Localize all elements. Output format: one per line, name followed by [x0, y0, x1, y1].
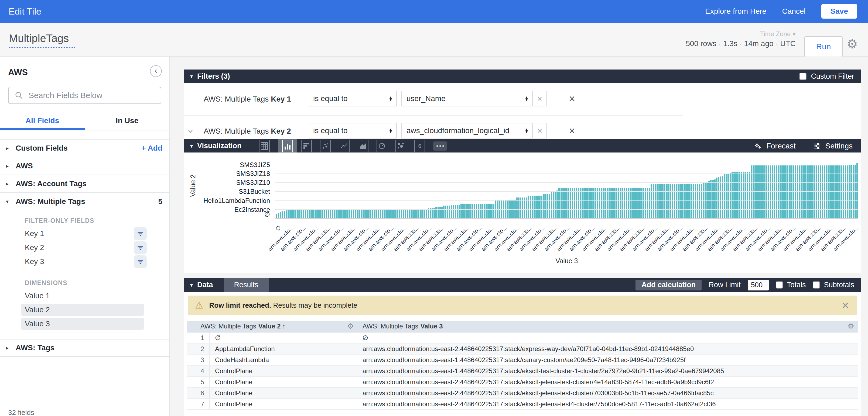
add-calculation-button[interactable]: Add calculation: [636, 280, 702, 290]
chart-bar: [486, 204, 487, 218]
run-button[interactable]: Run: [804, 36, 843, 57]
chart-bar: [679, 184, 681, 218]
chevron-down-icon[interactable]: [186, 127, 194, 136]
column-gear-icon[interactable]: ⚙: [347, 322, 354, 331]
table-row[interactable]: 5ControlPlanearn:aws:cloudformation:us-e…: [187, 377, 858, 388]
viz-area-icon[interactable]: [358, 140, 368, 152]
viz-single-value-icon[interactable]: 6: [414, 140, 425, 152]
sidebar-section-aws-tags[interactable]: ▸ AWS: Tags: [0, 339, 169, 357]
tab-results[interactable]: Results: [224, 278, 269, 292]
custom-filter-checkbox[interactable]: [799, 73, 806, 80]
y-tick-label: Ec2Instance: [235, 206, 270, 213]
filter-row: AWS: Multiple TagsKey 1 is equal to▲▼ us…: [184, 83, 861, 115]
save-button[interactable]: Save: [822, 4, 857, 19]
sidebar-field-value-1[interactable]: Value 1: [0, 289, 169, 303]
tab-all-fields[interactable]: All Fields: [0, 116, 85, 125]
chart-bar: [361, 209, 362, 218]
sidebar-title: AWS: [8, 67, 28, 77]
chart-bar: [355, 209, 356, 218]
viz-pie-icon[interactable]: [376, 140, 388, 152]
viz-line-icon[interactable]: [339, 140, 349, 152]
viz-table-icon[interactable]: [259, 140, 270, 152]
cancel-button[interactable]: Cancel: [782, 7, 805, 15]
chart-bar: [439, 207, 441, 218]
totals-toggle[interactable]: Totals: [776, 281, 806, 289]
sidebar-field-key-2[interactable]: Key 2: [0, 241, 169, 254]
chart-bar: [459, 205, 460, 218]
chart-bar: [580, 188, 581, 218]
table-row[interactable]: 7ControlPlanearn:aws:cloudformation:us-e…: [187, 399, 858, 410]
subtotals-checkbox[interactable]: [813, 281, 820, 288]
chart-bar: [533, 196, 535, 218]
chart-bar: [687, 184, 689, 218]
viz-map-icon[interactable]: [396, 140, 406, 152]
add-custom-field-button[interactable]: + Add: [141, 144, 162, 152]
clear-filter-value-button[interactable]: ×: [533, 123, 547, 138]
viz-column-icon[interactable]: [282, 140, 293, 152]
totals-checkbox[interactable]: [776, 281, 783, 288]
viz-scatter-icon[interactable]: [320, 140, 331, 152]
remove-filter-button[interactable]: ×: [569, 123, 575, 138]
chart-bar: [583, 188, 585, 218]
query-title[interactable]: MultipleTags: [9, 32, 75, 48]
chart-plot: [275, 152, 858, 219]
search-input[interactable]: [28, 91, 145, 100]
chevron-down-icon: ▾: [190, 282, 193, 288]
chevron-right-icon: ▸: [6, 145, 12, 151]
chart-bar: [385, 209, 387, 218]
tab-in-use[interactable]: In Use: [85, 116, 169, 125]
column-gear-icon[interactable]: ⚙: [848, 322, 854, 331]
column-header-value3[interactable]: AWS: Multiple TagsValue 3 ⚙: [358, 321, 858, 332]
timezone-dropdown[interactable]: Time Zone ▾: [760, 30, 796, 38]
chart-bar: [320, 209, 321, 218]
row-limit-input[interactable]: [748, 280, 769, 290]
filter-operator-select[interactable]: is equal to▲▼: [308, 123, 397, 138]
table-row[interactable]: 6ControlPlanearn:aws:cloudformation:us-e…: [187, 388, 858, 399]
filters-header[interactable]: ▾ Filters (3) Custom Filter: [184, 70, 861, 83]
sidebar-collapse-button[interactable]: ‹: [150, 65, 162, 77]
table-row[interactable]: 4ControlPlanearn:aws:cloudformation:us-e…: [187, 366, 858, 377]
data-header[interactable]: ▾ Data Results Add calculation Row Limit…: [184, 278, 861, 292]
filter-value-select[interactable]: aws_cloudformation_logical_id▲▼: [401, 123, 533, 138]
sidebar-field-value-2[interactable]: Value 2: [0, 303, 169, 317]
field-label: Key 2: [25, 243, 44, 252]
explore-from-here-button[interactable]: Explore from Here: [705, 7, 766, 15]
sidebar-field-key-3[interactable]: Key 3: [0, 254, 169, 269]
custom-filter-toggle[interactable]: Custom Filter: [799, 72, 861, 80]
forecast-button[interactable]: Forecast: [754, 142, 796, 150]
filter-by-field-icon[interactable]: [134, 255, 147, 268]
subtotals-toggle[interactable]: Subtotals: [813, 281, 854, 289]
chart-bar: [672, 184, 673, 218]
chart-bar: [589, 188, 590, 218]
table-row[interactable]: 1∅∅: [187, 333, 858, 344]
filter-by-field-icon[interactable]: [134, 241, 147, 254]
x-axis-line: [275, 218, 858, 219]
viz-more-icon[interactable]: [433, 141, 447, 150]
clear-filter-value-button[interactable]: ×: [533, 91, 547, 106]
table-row[interactable]: 3CodeHashLambdaarn:aws:cloudformation:us…: [187, 354, 858, 366]
cell-value3: arn:aws:cloudformation:us-east-2:4486402…: [358, 388, 858, 398]
dismiss-warning-button[interactable]: ×: [842, 299, 849, 312]
visualization-header[interactable]: ▾ Visualization 6 Forecast Settings: [184, 139, 861, 152]
search-field[interactable]: [8, 87, 161, 104]
query-stats: 500 rows · 1.3s · 14m ago · UTC: [686, 39, 796, 48]
table-row[interactable]: 2AppLambdaFunctionarn:aws:cloudformation…: [187, 344, 858, 354]
filter-by-field-icon[interactable]: [134, 227, 147, 240]
chart-bar: [572, 188, 573, 218]
sidebar-section-aws-multiple-tags[interactable]: ▾ AWS: Multiple Tags 5: [0, 193, 169, 210]
viz-bar-icon[interactable]: [301, 140, 312, 152]
sidebar-section-aws-account-tags[interactable]: ▸ AWS: Account Tags: [0, 175, 169, 193]
sidebar-section-aws[interactable]: ▸ AWS: [0, 157, 169, 175]
filter-value-select[interactable]: user_Name▲▼: [401, 91, 533, 106]
column-header-value2[interactable]: AWS: Multiple TagsValue 2↑ ⚙: [187, 321, 358, 332]
chart-bar: [466, 204, 467, 218]
sidebar-section-custom-fields[interactable]: ▸ Custom Fields + Add: [0, 139, 169, 157]
sidebar-sections: ▸ Custom Fields + Add ▸ AWS ▸ AWS: Accou…: [0, 139, 169, 357]
remove-filter-button[interactable]: ×: [569, 91, 575, 106]
query-gear-icon[interactable]: ⚙: [847, 38, 858, 50]
sidebar-field-key-1[interactable]: Key 1: [0, 227, 169, 241]
filter-operator-select[interactable]: is equal to▲▼: [308, 91, 397, 106]
settings-button[interactable]: Settings: [813, 142, 852, 150]
sidebar-field-value-3[interactable]: Value 3: [0, 317, 169, 331]
chart-bar: [857, 163, 858, 218]
